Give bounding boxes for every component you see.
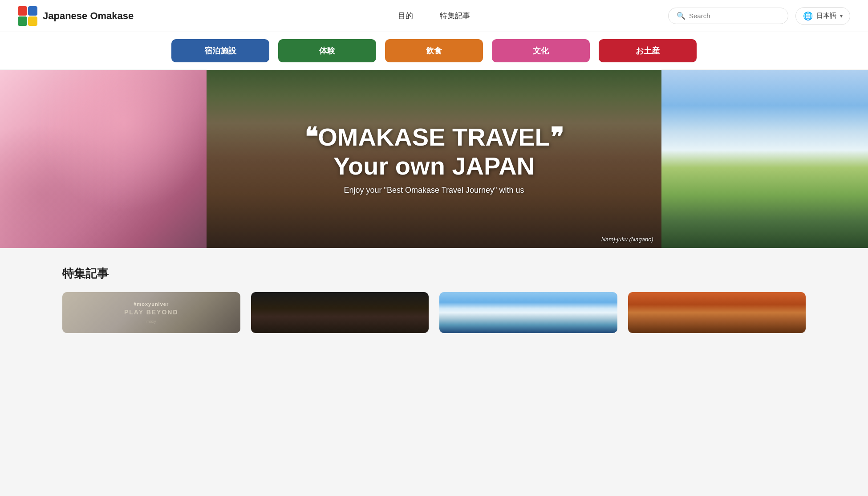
featured-section: 特集記事 #moxyuniver PLAY BEYOND moxy 近隣施設 関… [0, 248, 868, 351]
hero-left-image [0, 70, 207, 248]
main-nav: 目的 特集記事 [398, 11, 470, 21]
featured-card-1[interactable]: #moxyuniver PLAY BEYOND moxy 近隣施設 [62, 292, 240, 333]
moxy-hashtag: #moxyuniver [134, 301, 169, 307]
category-bar: 宿泊施設 体験 飲食 文化 お土産 [0, 32, 868, 70]
logo-cell-green [18, 16, 27, 26]
category-souvenir[interactable]: お土産 [599, 39, 697, 62]
header-right: 🔍 🌐 日本語 ▾ [668, 7, 850, 25]
hero-title: ❝OMAKASE TRAVEL❞ Your own JAPAN [304, 123, 564, 180]
category-culture[interactable]: 文化 [492, 39, 590, 62]
nav-featured[interactable]: 特集記事 [440, 11, 470, 21]
logo-cell-yellow [28, 16, 37, 26]
hero-center-image: ❝OMAKASE TRAVEL❞ Your own JAPAN Enjoy yo… [207, 70, 661, 248]
logo-text: Japanese Omakase [43, 10, 134, 22]
hero-subtitle: Enjoy your "Best Omakase Travel Journey"… [344, 186, 524, 195]
featured-card-3-image [439, 292, 617, 333]
featured-card-4-image [628, 292, 806, 333]
logo-cell-red [18, 6, 27, 16]
hero-overlay: ❝OMAKASE TRAVEL❞ Your own JAPAN Enjoy yo… [207, 70, 661, 248]
search-icon: 🔍 [677, 12, 685, 20]
hero-section: ❝OMAKASE TRAVEL❞ Your own JAPAN Enjoy yo… [0, 70, 868, 248]
logo-icon [18, 6, 37, 26]
globe-icon: 🌐 [803, 11, 813, 21]
chevron-down-icon: ▾ [840, 13, 843, 19]
featured-card-2-image [251, 292, 429, 333]
search-box[interactable]: 🔍 [668, 8, 788, 24]
language-label: 日本語 [816, 12, 836, 20]
featured-card-3[interactable]: 北地・近畿施設 [439, 292, 617, 333]
featured-card-4[interactable]: 北地・近畿施設 [628, 292, 806, 333]
category-accommodation[interactable]: 宿泊施設 [171, 39, 269, 62]
language-selector[interactable]: 🌐 日本語 ▾ [795, 7, 850, 25]
logo-area[interactable]: Japanese Omakase [18, 6, 134, 26]
category-experience[interactable]: 体験 [278, 39, 376, 62]
category-food[interactable]: 飲食 [385, 39, 483, 62]
featured-card-2[interactable]: 関東施設 [251, 292, 429, 333]
search-input[interactable] [689, 12, 780, 20]
moxy-playbeyond: PLAY BEYOND [124, 309, 178, 316]
featured-grid: #moxyuniver PLAY BEYOND moxy 近隣施設 関東施設 北… [62, 292, 806, 333]
header: Japanese Omakase 目的 特集記事 🔍 🌐 日本語 ▾ [0, 0, 868, 32]
featured-card-1-image: #moxyuniver PLAY BEYOND moxy [62, 292, 240, 333]
logo-cell-blue [28, 6, 37, 16]
nav-purpose[interactable]: 目的 [398, 11, 413, 21]
moxy-logo: moxy [146, 319, 156, 324]
featured-title: 特集記事 [62, 266, 806, 281]
hero-caption: Naraj-juku (Nagano) [601, 236, 653, 243]
hero-right-image [661, 70, 868, 248]
